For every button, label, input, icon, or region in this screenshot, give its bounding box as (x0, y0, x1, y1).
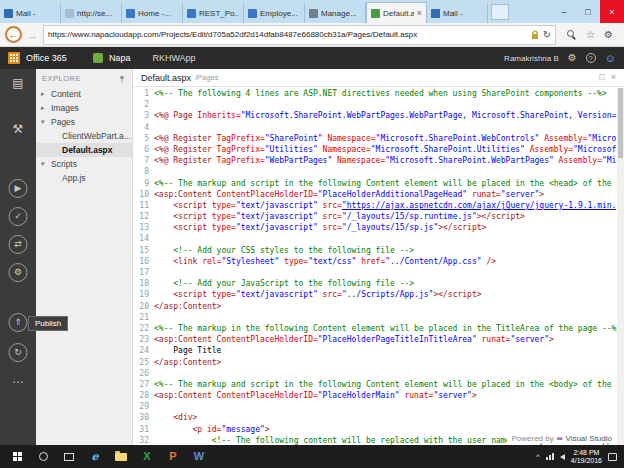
task-view-button[interactable] (56, 445, 82, 468)
editor-tab-title[interactable]: Default.aspx (141, 73, 191, 83)
brand-title[interactable]: Office 365 (26, 53, 67, 63)
code-line[interactable]: 8 (133, 166, 617, 177)
code-line[interactable]: 13 <script type="text/javascript" src="/… (133, 222, 617, 233)
code-line[interactable]: 3<%@ Page Inherits="Microsoft.SharePoint… (133, 110, 617, 121)
code-line[interactable]: 6<%@ Register TagPrefix="Utilities" Name… (133, 144, 617, 155)
browser-tab[interactable]: Employe... (244, 3, 305, 23)
back-button[interactable]: ← (5, 26, 22, 43)
editor-scrollbar[interactable] (617, 88, 624, 445)
tree-item-clientwebpart-a-[interactable]: ClientWebPart.a... (36, 129, 132, 143)
code-line[interactable]: 1<%-- The following 4 lines are ASP.NET … (133, 88, 617, 99)
powerpoint-icon[interactable]: P (160, 445, 186, 468)
tab-title: Default.a... (383, 9, 414, 18)
browser-tab[interactable]: http://se... (61, 3, 122, 23)
favorites-star-icon[interactable]: ☆ (586, 30, 595, 40)
file-explorer-icon[interactable] (108, 445, 134, 468)
minimize-button[interactable]: – (552, 0, 576, 23)
code-line[interactable]: 7<%@ Register TagPrefix="WebPartPages" N… (133, 155, 617, 166)
start-button[interactable] (4, 445, 30, 468)
line-number: 5 (133, 133, 154, 144)
notification-icon[interactable] (608, 453, 617, 461)
pages-icon[interactable]: ▤ (12, 77, 23, 89)
code-line[interactable]: 5<%@ Register TagPrefix="SharePoint" Nam… (133, 133, 617, 144)
browser-tab[interactable]: Manage... (305, 3, 366, 23)
browser-tab[interactable]: Default.a...× (366, 2, 427, 23)
tab-close-icon[interactable]: × (417, 9, 422, 18)
code-line[interactable]: 19 <script type="text/javascript" src=".… (133, 289, 617, 300)
tree-item-content[interactable]: ▸Content (36, 87, 132, 101)
code-line[interactable]: 29 (133, 401, 617, 412)
code-line[interactable]: 2 (133, 99, 617, 110)
app-launcher-icon[interactable] (8, 52, 20, 64)
browser-tab[interactable]: Home -... (122, 3, 183, 23)
layout-icon[interactable]: □ (599, 73, 604, 82)
code-line[interactable]: 24 Page Title (133, 345, 617, 356)
refresh-icon[interactable]: ↻ (543, 30, 551, 40)
pin-icon[interactable] (118, 75, 126, 83)
code-line[interactable]: 16 <link rel="Stylesheet" type="text/css… (133, 256, 617, 267)
tree-item-pages[interactable]: ▾Pages (36, 115, 132, 129)
more-icon[interactable]: … (12, 373, 24, 385)
user-name[interactable]: Ramakrishna B (504, 54, 559, 63)
tree-item-default-aspx[interactable]: Default.aspx (36, 143, 132, 157)
volume-icon[interactable] (560, 454, 565, 460)
search-icon[interactable] (567, 30, 577, 40)
code-line[interactable]: 22<%-- The markup in the following Conte… (133, 323, 617, 334)
code-line[interactable]: 14 (133, 233, 617, 244)
line-number: 10 (133, 189, 154, 200)
tree-item-scripts[interactable]: ▾Scripts (36, 157, 132, 171)
tray-chevron-icon[interactable]: ^ (536, 453, 540, 461)
code-line[interactable]: 21 (133, 312, 617, 323)
code-text: <!-- Add your JavaScript to the followin… (154, 278, 617, 289)
code-line[interactable]: 11 <script type="text/javascript" src="h… (133, 200, 617, 211)
new-tab-button[interactable] (491, 4, 509, 20)
close-editor-icon[interactable]: × (611, 73, 616, 82)
code-line[interactable]: 10<asp:Content ContentPlaceHolderID="Pla… (133, 189, 617, 200)
settings-gear-icon[interactable]: ⚙ (568, 53, 577, 63)
ie-icon[interactable]: e (82, 445, 108, 468)
browser-tab[interactable]: Mail - (0, 3, 61, 23)
maximize-button[interactable]: □ (576, 0, 600, 23)
code-line[interactable]: 27<%-- The markup and script in the foll… (133, 379, 617, 390)
product-name[interactable]: Napa (109, 53, 131, 63)
word-icon[interactable]: W (186, 445, 212, 468)
code-line[interactable]: 26 (133, 368, 617, 379)
code-line[interactable]: 17 (133, 267, 617, 278)
address-input[interactable]: https://www.napacloudapp.com/Projects/Ed… (43, 25, 556, 45)
help-icon[interactable]: ? (586, 53, 596, 63)
network-icon[interactable] (546, 453, 554, 460)
feedback-smiley-icon[interactable]: ☺ (605, 53, 616, 64)
close-button[interactable]: × (600, 0, 624, 23)
settings-icon[interactable]: ⚙ (9, 263, 28, 282)
tree-item-app-js[interactable]: App.js (36, 171, 132, 185)
code-line[interactable]: 30 <div> (133, 412, 617, 423)
clock[interactable]: 2:48 PM 4/19/2016 (571, 449, 602, 465)
publish-icon[interactable]: ⇑ (9, 313, 28, 332)
code-line[interactable]: 25</asp:Content> (133, 357, 617, 368)
tools-gear-icon[interactable]: ⚙ (604, 30, 613, 40)
code-line[interactable]: 20</asp:Content> (133, 301, 617, 312)
project-name[interactable]: RKHWApp (152, 53, 195, 63)
run-icon[interactable]: ▶ (9, 179, 28, 198)
share-icon[interactable]: ⇄ (9, 235, 28, 254)
scrollbar-thumb[interactable] (618, 88, 623, 158)
code-line[interactable]: 12 <script type="text/javascript" src="/… (133, 211, 617, 222)
line-number: 8 (133, 166, 154, 177)
code-line[interactable]: 23<asp:Content ContentPlaceHolderID="Pla… (133, 334, 617, 345)
code-line[interactable]: 18 <!-- Add your JavaScript to the follo… (133, 278, 617, 289)
search-button[interactable] (30, 445, 56, 468)
code-line[interactable]: 28<asp:Content ContentPlaceHolderID="Pla… (133, 390, 617, 401)
check-icon[interactable]: ✓ (9, 207, 28, 226)
code-area[interactable]: 1<%-- The following 4 lines are ASP.NET … (133, 88, 617, 445)
code-line[interactable]: 4 (133, 122, 617, 133)
forward-button[interactable]: → (27, 29, 38, 41)
sync-icon[interactable]: ↻ (9, 343, 28, 362)
code-line[interactable]: 15 <!-- Add your CSS styles to the follo… (133, 245, 617, 256)
wrench-icon[interactable]: ⚒ (13, 123, 24, 135)
browser-tab[interactable]: REST_Po... (183, 3, 244, 23)
code-line[interactable]: 9<%-- The markup and script in the follo… (133, 178, 617, 189)
excel-icon[interactable]: X (134, 445, 160, 468)
tree-item-images[interactable]: ▸Images (36, 101, 132, 115)
browser-tab[interactable]: Mail - (427, 3, 488, 23)
code-text (154, 233, 617, 244)
